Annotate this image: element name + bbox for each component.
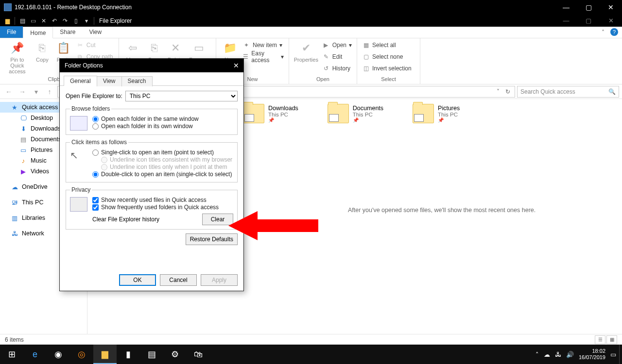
invert-selection-button[interactable]: ◫Invert selection (362, 64, 412, 73)
dialog-tab-search[interactable]: Search (121, 76, 153, 86)
ribbon-tabs: File Home Share View ˄ ? (0, 27, 622, 38)
radio-underline-browser: Underline icon titles consistent with my… (101, 156, 233, 163)
select-none-button[interactable]: ▢Select none (362, 52, 412, 62)
cancel-button[interactable]: Cancel (160, 274, 197, 286)
ok-button[interactable]: OK (119, 274, 156, 286)
taskbar-edge-icon[interactable]: e (23, 345, 47, 364)
view-tab[interactable]: View (82, 26, 108, 38)
privacy-group: Privacy Show recently used files in Quic… (66, 186, 238, 230)
pin-icon: 📌 (9, 40, 25, 56)
radio-single-click[interactable]: Single-click to open an item (point to s… (92, 149, 233, 156)
dialog-title: Folder Options (65, 62, 103, 69)
quick-access-toolbar: ▆ ▤ ▭ ✕ ↶ ↷ ▯ ▾ File Explorer ― ▢ ✕ (0, 15, 622, 27)
dialog-title-bar[interactable]: Folder Options ✕ (60, 59, 243, 72)
qat-undo-icon[interactable]: ↶ (50, 16, 59, 26)
qat-properties-icon[interactable]: ▭ (28, 16, 38, 26)
open-group-label: Open (292, 76, 354, 83)
easy-access-button[interactable]: ☰Easy access ▾ (242, 52, 284, 62)
taskbar: ⊞ e ◉ ◎ ▆ ▮ ▤ ⚙ 🛍 ˄ ☁ 🖧 🔊 18:02 16/07/20… (0, 345, 622, 364)
new-item-button[interactable]: ✦New item ▾ (242, 40, 284, 50)
open-button[interactable]: ▶Open ▾ (322, 40, 352, 50)
documents-icon: ▤ (19, 135, 27, 143)
rdp-close-button[interactable]: ✕ (600, 0, 622, 15)
click-items-legend: Click items as follows (70, 139, 128, 146)
qat-customize-icon[interactable]: ▾ (82, 16, 91, 26)
dialog-tab-general[interactable]: General (64, 76, 97, 86)
taskbar-cmd-icon[interactable]: ▮ (117, 345, 140, 364)
explorer-close-button[interactable]: ✕ (600, 15, 622, 27)
tray-notifications-icon[interactable]: ▭ (610, 351, 616, 358)
refresh-icon[interactable]: ↻ (503, 88, 513, 95)
browse-folders-legend: Browse folders (70, 105, 111, 112)
explorer-minimize-button[interactable]: ― (555, 15, 577, 27)
open-to-select[interactable]: This PC (125, 91, 238, 101)
dialog-close-button[interactable]: ✕ (229, 59, 243, 72)
star-icon: ★ (11, 103, 18, 111)
status-item-count: 6 items (5, 336, 24, 343)
qat-rename-icon[interactable]: ▯ (71, 16, 81, 26)
recent-locations-button[interactable]: ▾ (30, 86, 42, 98)
back-button[interactable]: ← (3, 86, 15, 98)
dialog-tab-view[interactable]: View (97, 76, 122, 86)
radio-underline-hover: Underline icon titles only when I point … (101, 164, 233, 170)
radio-double-click[interactable]: Double-click to open an item (single-cli… (92, 171, 233, 178)
share-tab[interactable]: Share (53, 26, 82, 38)
ribbon-collapse-button[interactable]: ˄ (598, 27, 608, 38)
history-button[interactable]: ↺History (322, 64, 352, 73)
rdp-title-text: 192.168.0.101 - Remote Desktop Connectio… (15, 4, 555, 11)
explorer-maximize-button[interactable]: ▢ (577, 15, 600, 27)
checkbox-recent-files[interactable]: Show recently used files in Quick access (92, 197, 233, 203)
taskbar-firefox-icon[interactable]: ◎ (70, 345, 93, 364)
show-desktop-button[interactable] (619, 345, 622, 364)
edit-button[interactable]: ✎Edit (322, 52, 352, 62)
forward-button[interactable]: → (17, 86, 28, 98)
qat-redo-icon[interactable]: ↷ (60, 16, 70, 26)
up-button[interactable]: ↑ (44, 86, 55, 98)
tray-network-icon[interactable]: 🖧 (555, 351, 561, 358)
file-tab[interactable]: File (0, 26, 23, 38)
tray-up-icon[interactable]: ˄ (536, 351, 539, 358)
properties-button[interactable]: ✔Properties (292, 39, 320, 64)
copy-icon: ⎘ (35, 40, 50, 56)
rdp-minimize-button[interactable]: ― (555, 0, 577, 15)
select-all-button[interactable]: ▦Select all (362, 40, 412, 50)
tray-onedrive-icon[interactable]: ☁ (544, 351, 550, 358)
network-icon: 🖧 (11, 230, 18, 237)
properties-icon: ✔ (298, 40, 314, 56)
taskbar-explorer-icon[interactable]: ▆ (93, 345, 117, 364)
details-view-button[interactable]: ☰ (595, 335, 605, 344)
taskbar-store-icon[interactable]: 🛍 (187, 345, 210, 364)
cut-button[interactable]: ✂Cut (76, 40, 114, 50)
icons-view-button[interactable]: ▦ (606, 335, 617, 344)
folder-icon (328, 104, 349, 123)
cut-icon: ✂ (76, 41, 84, 49)
tile-documents[interactable]: DocumentsThis PC📌 (328, 104, 383, 123)
tray-volume-icon[interactable]: 🔊 (566, 351, 574, 358)
radio-same-window[interactable]: Open each folder in the same window (92, 116, 233, 122)
privacy-icon (70, 197, 87, 212)
system-clock[interactable]: 18:02 16/07/2019 (579, 348, 605, 361)
taskbar-taskmanager-icon[interactable]: ▤ (140, 345, 163, 364)
select-none-icon: ▢ (362, 53, 370, 61)
pin-quick-access-button[interactable]: 📌 Pin to Quick access (3, 39, 32, 75)
help-icon[interactable]: ? (610, 28, 618, 36)
qat-delete-icon[interactable]: ✕ (39, 16, 49, 26)
radio-own-window[interactable]: Open each folder in its own window (92, 123, 233, 130)
apply-button[interactable]: Apply (201, 274, 238, 286)
address-dropdown-icon[interactable]: ˅ (493, 88, 503, 95)
copy-button[interactable]: ⎘ Copy (32, 39, 53, 64)
taskbar-settings-icon[interactable]: ⚙ (163, 345, 187, 364)
home-tab[interactable]: Home (23, 27, 53, 38)
chevron-down-icon: ▾ (281, 53, 284, 60)
search-input[interactable]: Search Quick access 🔍 (517, 86, 619, 98)
tile-downloads[interactable]: DownloadsThis PC📌 (243, 104, 298, 123)
explorer-app-icon[interactable]: ▆ (2, 16, 12, 26)
start-button[interactable]: ⊞ (0, 345, 23, 364)
tile-pictures[interactable]: PicturesThis PC📌 (413, 104, 460, 123)
rdp-maximize-button[interactable]: ▢ (577, 0, 600, 15)
checkbox-frequent-folders[interactable]: Show frequently used folders in Quick ac… (92, 204, 233, 211)
qat-new-window-icon[interactable]: ▤ (17, 16, 27, 26)
taskbar-chrome-icon[interactable]: ◉ (47, 345, 70, 364)
privacy-legend: Privacy (70, 186, 92, 193)
rdp-icon (4, 3, 12, 11)
